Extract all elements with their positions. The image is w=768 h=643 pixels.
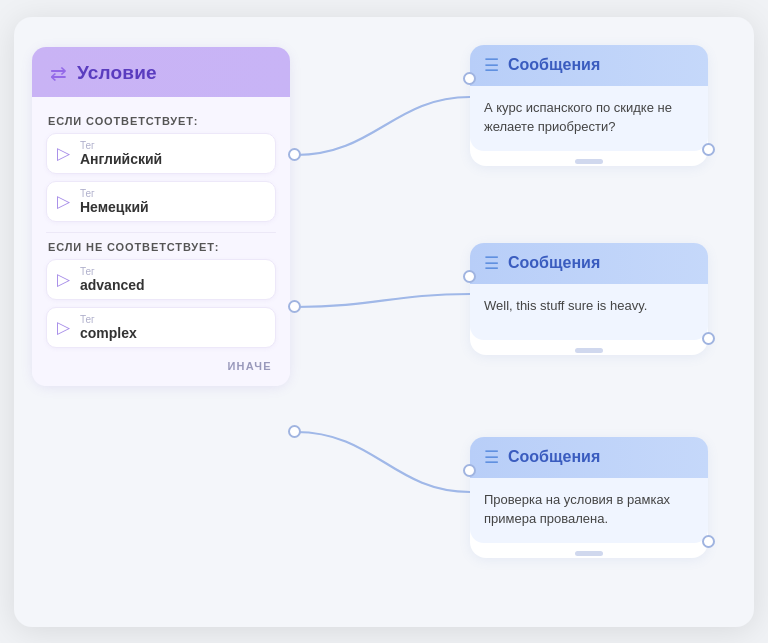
condition-body: ЕСЛИ СООТВЕТСТВУЕТ: ▷ Тег Английский ▷ Т… [32,97,290,387]
message-title-2: Сообщения [508,254,600,272]
tag-name-complex: complex [80,325,137,341]
tag-name-german: Немецкий [80,199,149,215]
conn-dot-msg1-right [702,143,715,156]
if-no-match-label: ЕСЛИ НЕ СООТВЕТСТВУЕТ: [48,241,276,253]
divider [46,232,276,234]
shuffle-icon: ⇄ [50,61,67,85]
tag-type-advanced: Тег [80,266,145,277]
scroll-indicator-2 [575,348,603,353]
tag-icon-german: ▷ [57,191,70,212]
conn-dot-nomatch [288,300,301,313]
scroll-indicator-3 [575,551,603,556]
message-text-3: Проверка на условия в рамках примера про… [484,492,670,527]
message-title-1: Сообщения [508,56,600,74]
message-node-2: ☰ Сообщения Well, this stuff sure is hea… [470,243,708,355]
message-icon-1: ☰ [484,55,499,76]
tag-row-english[interactable]: ▷ Тег Английский [46,133,276,174]
condition-title: Условие [77,62,157,84]
conn-dot-else [288,425,301,438]
message-body-1: А курс испанского по скидке не желаете п… [470,86,708,151]
message-body-2: Well, this stuff sure is heavy. [470,284,708,340]
canvas: ⇄ Условие ЕСЛИ СООТВЕТСТВУЕТ: ▷ Тег Англ… [14,17,754,627]
conn-dot-msg3-right [702,535,715,548]
conn-dot-msg2-left [463,270,476,283]
message-node-3: ☰ Сообщения Проверка на условия в рамках… [470,437,708,558]
message-icon-3: ☰ [484,447,499,468]
tag-type-english: Тег [80,140,162,151]
tag-icon-complex: ▷ [57,317,70,338]
tag-type-german: Тег [80,188,149,199]
tag-icon-english: ▷ [57,143,70,164]
conn-dot-msg3-left [463,464,476,477]
message-text-2: Well, this stuff sure is heavy. [484,298,647,313]
else-label: ИНАЧЕ [46,360,276,372]
message-title-3: Сообщения [508,448,600,466]
condition-header: ⇄ Условие [32,47,290,97]
conn-dot-msg1-left [463,72,476,85]
message-node-1: ☰ Сообщения А курс испанского по скидке … [470,45,708,166]
scroll-indicator-1 [575,159,603,164]
message-header-3: ☰ Сообщения [470,437,708,478]
conn-dot-match [288,148,301,161]
tag-type-complex: Тег [80,314,137,325]
message-header-2: ☰ Сообщения [470,243,708,284]
tag-row-advanced[interactable]: ▷ Тег advanced [46,259,276,300]
message-icon-2: ☰ [484,253,499,274]
condition-node: ⇄ Условие ЕСЛИ СООТВЕТСТВУЕТ: ▷ Тег Англ… [32,47,290,387]
tag-icon-advanced: ▷ [57,269,70,290]
tag-name-advanced: advanced [80,277,145,293]
message-header-1: ☰ Сообщения [470,45,708,86]
tag-name-english: Английский [80,151,162,167]
tag-row-german[interactable]: ▷ Тег Немецкий [46,181,276,222]
tag-row-complex[interactable]: ▷ Тег complex [46,307,276,348]
if-match-label: ЕСЛИ СООТВЕТСТВУЕТ: [48,115,276,127]
message-text-1: А курс испанского по скидке не желаете п… [484,100,672,135]
message-body-3: Проверка на условия в рамках примера про… [470,478,708,543]
conn-dot-msg2-right [702,332,715,345]
